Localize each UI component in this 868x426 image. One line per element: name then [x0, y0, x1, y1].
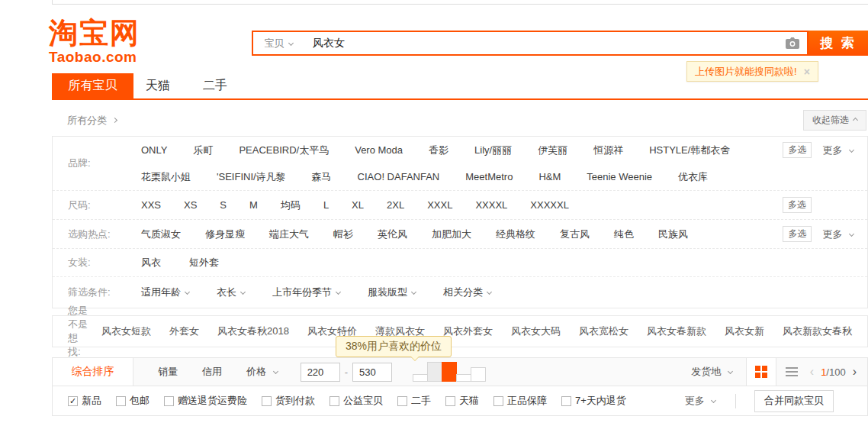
price-min-input[interactable] [301, 363, 340, 382]
hotspot-filter-link[interactable]: 帽衫 [333, 228, 353, 241]
hotspot-more-link[interactable]: 更多 [822, 228, 854, 241]
brand-filter-link[interactable]: 优衣库 [678, 170, 708, 184]
suggest-link[interactable]: 外套女 [169, 324, 199, 338]
checkbox-item[interactable]: 二手 [397, 394, 431, 408]
checkbox-item[interactable]: 包邮 [116, 394, 149, 408]
brand-filter-link[interactable]: H&M [538, 171, 561, 182]
brand-filter-link[interactable]: ONLY [141, 144, 167, 156]
checkbox-item[interactable]: 赠送退货运费险 [164, 394, 247, 408]
brand-filter-link[interactable]: CIAO! DAFANFAN [358, 171, 440, 182]
hotspot-filter-link[interactable]: 英伦风 [378, 228, 407, 241]
size-filter-link[interactable]: XXXXL [475, 199, 507, 211]
size-filter-link[interactable]: L [323, 199, 329, 211]
brand-filter-link[interactable]: HSTYLE/韩都衣舍 [649, 144, 730, 157]
checkbox[interactable] [164, 396, 174, 406]
collapse-filters-button[interactable]: 收起筛选 [803, 110, 866, 131]
checkbox-item[interactable]: ✓新品 [68, 394, 101, 408]
checkbox[interactable] [445, 396, 455, 406]
merge-same-items-button[interactable]: 合并同款宝贝 [754, 390, 834, 412]
prev-page-button[interactable]: ‹ [810, 365, 814, 379]
checkbox[interactable]: ✓ [68, 396, 78, 406]
size-filter-link[interactable]: XXXXXL [530, 199, 569, 211]
condition-dropdown[interactable]: 服装版型 [368, 286, 416, 299]
brand-filter-link[interactable]: 香影 [429, 144, 448, 157]
suggest-link[interactable]: 风衣宽松女 [579, 324, 628, 338]
price-histogram-bar[interactable] [471, 367, 486, 382]
search-input[interactable] [304, 32, 778, 54]
ship-from-dropdown[interactable]: 发货地 [691, 365, 732, 379]
size-filter-link[interactable]: M [249, 199, 258, 211]
womenswear-filter-link[interactable]: 风衣 [141, 256, 161, 269]
sort-sales[interactable]: 销量 [158, 365, 178, 379]
image-search-button[interactable] [778, 37, 807, 50]
brand-filter-link[interactable]: Vero Moda [355, 144, 403, 156]
price-max-input[interactable] [352, 363, 392, 382]
condition-dropdown[interactable]: 上市年份季节 [272, 286, 340, 299]
brand-filter-link[interactable]: 恒源祥 [593, 144, 623, 157]
condition-dropdown[interactable]: 适用年龄 [141, 286, 189, 299]
checkbox[interactable] [262, 396, 272, 406]
hotspot-multi-select-button[interactable]: 多选 [783, 226, 812, 242]
price-histogram-bar[interactable] [413, 374, 428, 382]
hotspot-filter-link[interactable]: 纯色 [614, 228, 634, 241]
checkbox[interactable] [493, 396, 503, 406]
brand-filter-link[interactable]: PEACEBIRD/太平鸟 [239, 144, 329, 157]
checkbox[interactable] [397, 396, 407, 406]
tab-tmall[interactable]: 天猫 [146, 73, 170, 98]
brand-multi-select-button[interactable]: 多选 [783, 142, 812, 158]
sort-price[interactable]: 价格 [246, 365, 278, 379]
checkbox[interactable] [116, 396, 126, 406]
brand-filter-link[interactable]: 'SEIFINI/诗凡黎 [217, 170, 286, 184]
suggest-link[interactable]: 风衣新款女春秋 [783, 324, 852, 338]
size-filter-link[interactable]: XXXL [427, 199, 452, 211]
close-icon[interactable]: × [804, 66, 810, 78]
checkbox[interactable] [330, 396, 339, 406]
brand-filter-link[interactable]: Teenie Weenie [587, 171, 652, 182]
suggest-link[interactable]: 风衣女春新款 [647, 324, 706, 338]
brand-filter-link[interactable]: MeetMetro [465, 171, 513, 182]
size-multi-select-button[interactable]: 多选 [783, 197, 812, 213]
condition-dropdown[interactable]: 相关分类 [443, 286, 491, 299]
hotspot-filter-link[interactable]: 复古风 [560, 228, 590, 241]
size-filter-link[interactable]: XL [352, 199, 364, 211]
list-view-button[interactable] [776, 367, 807, 376]
price-histogram-bar[interactable] [442, 362, 457, 382]
suggest-link[interactable]: 风衣女春秋2018 [217, 324, 289, 338]
condition-dropdown[interactable]: 衣长 [217, 286, 245, 299]
tab-secondhand[interactable]: 二手 [203, 73, 227, 98]
price-histogram-bar[interactable] [456, 374, 471, 382]
size-filter-link[interactable]: 均码 [281, 198, 301, 212]
checkbox[interactable] [561, 396, 571, 406]
hotspot-filter-link[interactable]: 修身显瘦 [205, 228, 245, 241]
hotspot-filter-link[interactable]: 民族风 [658, 228, 688, 241]
suggest-link[interactable]: 风衣女大码 [511, 324, 561, 338]
brand-filter-link[interactable]: 森马 [312, 170, 332, 184]
hotspot-filter-link[interactable]: 经典格纹 [496, 228, 535, 241]
brand-filter-link[interactable]: 乐町 [193, 144, 213, 157]
tab-all-items[interactable]: 所有宝贝 [52, 73, 133, 98]
brand-filter-link[interactable]: Lily/丽丽 [474, 144, 512, 157]
checkbox-item[interactable]: 公益宝贝 [330, 394, 383, 408]
size-filter-link[interactable]: XXS [141, 199, 161, 211]
brand-more-link[interactable]: 更多 [822, 144, 854, 157]
search-button[interactable]: 搜 索 [809, 31, 868, 56]
checkbox-item[interactable]: 货到付款 [262, 394, 315, 408]
footer-more-link[interactable]: 更多 [685, 394, 716, 408]
hotspot-filter-link[interactable]: 加肥加大 [432, 228, 471, 241]
checkbox-item[interactable]: 天猫 [445, 394, 479, 408]
brand-filter-link[interactable]: 花栗鼠小姐 [141, 170, 191, 184]
sort-credit[interactable]: 信用 [202, 365, 222, 379]
hotspot-filter-link[interactable]: 气质淑女 [141, 228, 181, 241]
size-filter-link[interactable]: 2XL [387, 199, 404, 211]
all-categories-link[interactable]: 所有分类 [67, 114, 117, 127]
womenswear-filter-link[interactable]: 短外套 [189, 256, 219, 269]
brand-filter-link[interactable]: 伊芙丽 [538, 144, 567, 157]
checkbox-item[interactable]: 正品保障 [493, 394, 547, 408]
sort-comprehensive-tab[interactable]: 综合排序 [53, 358, 133, 386]
grid-view-button[interactable] [746, 358, 776, 386]
search-scope-dropdown[interactable]: 宝贝 [253, 32, 304, 54]
suggest-link[interactable]: 风衣女短款 [101, 324, 151, 338]
taobao-logo[interactable]: 淘宝网 Taobao.com [49, 18, 140, 66]
price-histogram-bar[interactable] [427, 362, 442, 382]
size-filter-link[interactable]: S [220, 199, 227, 211]
